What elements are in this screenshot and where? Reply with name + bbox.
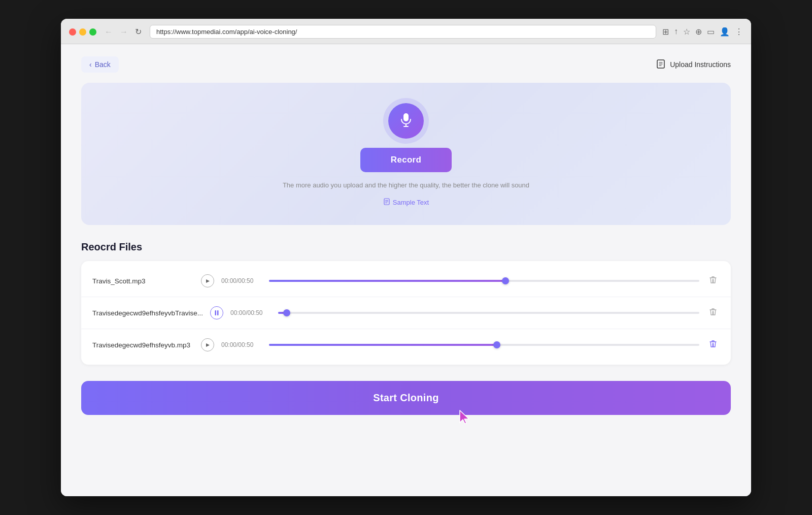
- browser-window: ← → ↻ https://www.topmediai.com/app/ai-v…: [61, 19, 751, 496]
- time-label: 00:00/00:50: [230, 309, 271, 316]
- file-row: Travisedegecwd9efhsfeyvbTravise... 00:00…: [81, 297, 731, 329]
- address-bar[interactable]: https://www.topmediai.com/app/ai-voice-c…: [150, 25, 656, 39]
- forward-nav-button[interactable]: →: [118, 26, 130, 38]
- start-cloning-button[interactable]: Start Cloning: [81, 381, 731, 415]
- close-traffic-light[interactable]: [69, 28, 76, 36]
- star-icon[interactable]: ☆: [683, 27, 690, 37]
- sample-text-doc-icon: [383, 198, 390, 207]
- back-label: Back: [95, 60, 111, 69]
- progress-fill: [278, 312, 287, 314]
- bookmark-icon[interactable]: ⊞: [662, 27, 669, 37]
- sidebar-icon[interactable]: ▭: [707, 27, 715, 37]
- mic-circle: [388, 103, 424, 139]
- progress-fill: [269, 280, 505, 282]
- progress-thumb: [502, 277, 509, 284]
- sample-text-link[interactable]: Sample Text: [383, 198, 429, 207]
- files-section: Reocrd Files Travis_Scott.mp3 00:00/00:5…: [81, 241, 731, 365]
- upload-instructions-label: Upload Instructions: [670, 60, 731, 69]
- progress-thumb: [493, 341, 500, 348]
- record-hint: The more audio you upload and the higher…: [283, 181, 529, 189]
- svg-rect-9: [217, 310, 219, 315]
- record-button[interactable]: Record: [360, 148, 452, 172]
- top-bar: ‹ Back Upload Instructions: [81, 56, 731, 73]
- profile-icon[interactable]: 👤: [720, 27, 730, 37]
- back-nav-button[interactable]: ←: [103, 26, 115, 38]
- file-row: Travis_Scott.mp3 00:00/00:50: [81, 265, 731, 297]
- upload-instructions-button[interactable]: Upload Instructions: [656, 59, 731, 71]
- sample-text-label: Sample Text: [393, 199, 429, 206]
- traffic-lights: [69, 28, 96, 36]
- url-text: https://www.topmediai.com/app/ai-voice-c…: [156, 28, 297, 36]
- record-button-label: Record: [391, 155, 421, 165]
- back-chevron-icon: ‹: [89, 60, 92, 69]
- browser-chrome: ← → ↻ https://www.topmediai.com/app/ai-v…: [61, 19, 751, 44]
- file-name: Travisedegecwd9efhsfeyvb.mp3: [92, 341, 194, 349]
- time-label: 00:00/00:50: [221, 341, 262, 348]
- progress-bar[interactable]: [269, 280, 699, 282]
- nav-buttons: ← → ↻: [103, 26, 144, 38]
- start-cloning-label: Start Cloning: [373, 392, 438, 403]
- reload-nav-button[interactable]: ↻: [133, 26, 144, 38]
- svg-rect-1: [403, 113, 409, 121]
- progress-bar[interactable]: [269, 344, 699, 346]
- file-name: Travis_Scott.mp3: [92, 277, 194, 285]
- upload-instructions-icon: [656, 59, 666, 71]
- page-content: ‹ Back Upload Instructions: [61, 44, 751, 496]
- record-panel: Record The more audio you upload and the…: [81, 83, 731, 225]
- pause-button[interactable]: [210, 306, 223, 319]
- play-button[interactable]: [201, 338, 214, 351]
- files-list: Travis_Scott.mp3 00:00/00:50: [81, 261, 731, 365]
- files-section-title: Reocrd Files: [81, 241, 731, 253]
- time-label: 00:00/00:50: [221, 277, 262, 284]
- browser-actions: ⊞ ↑ ☆ ⊕ ▭ 👤 ⋮: [662, 27, 743, 37]
- play-button[interactable]: [201, 274, 214, 287]
- extensions-icon[interactable]: ⊕: [695, 27, 702, 37]
- progress-bar[interactable]: [278, 312, 699, 314]
- menu-icon[interactable]: ⋮: [735, 27, 743, 37]
- start-cloning-wrapper: Start Cloning: [81, 381, 731, 415]
- delete-button[interactable]: [706, 273, 720, 288]
- fullscreen-traffic-light[interactable]: [89, 28, 96, 36]
- progress-thumb: [283, 309, 290, 316]
- svg-rect-8: [215, 310, 217, 315]
- file-name: Travisedegecwd9efhsfeyvbTravise...: [92, 309, 203, 317]
- delete-button[interactable]: [706, 305, 720, 320]
- progress-fill: [269, 344, 497, 346]
- minimize-traffic-light[interactable]: [79, 28, 86, 36]
- mic-icon: [398, 111, 414, 131]
- delete-button[interactable]: [706, 337, 720, 352]
- file-row: Travisedegecwd9efhsfeyvb.mp3 00:00/00:50: [81, 329, 731, 361]
- share-icon[interactable]: ↑: [674, 27, 678, 37]
- back-button[interactable]: ‹ Back: [81, 56, 119, 73]
